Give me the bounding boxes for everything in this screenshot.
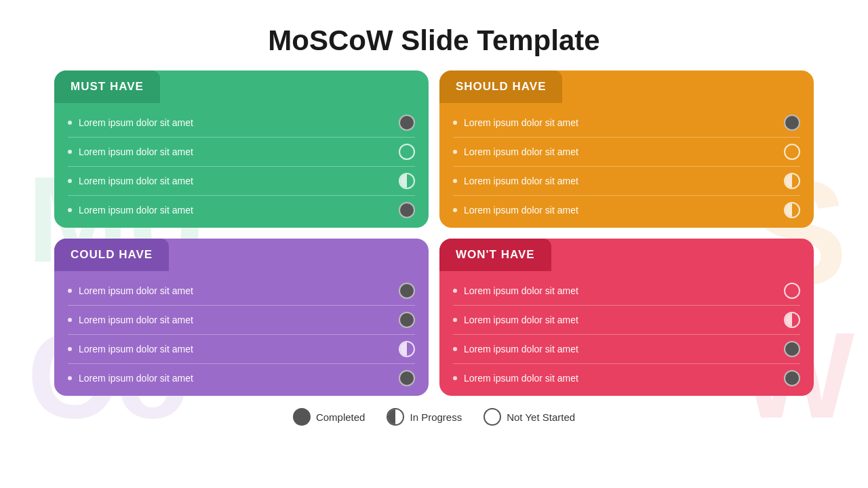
item-text-must-have-3: Lorem ipsum dolor sit amet [79, 205, 193, 216]
bullet-icon [453, 121, 457, 125]
bullet-icon [68, 318, 72, 322]
card-should-have: SHOULD HAVELorem ipsum dolor sit ametLor… [439, 70, 814, 228]
card-wont-have: WON'T HAVELorem ipsum dolor sit ametLore… [439, 239, 814, 396]
bullet-icon [453, 318, 457, 322]
item-text-should-have-0: Lorem ipsum dolor sit amet [464, 117, 578, 128]
status-inprogress-icon [784, 312, 800, 328]
card-header-wont-have: WON'T HAVE [456, 248, 535, 261]
item-text-wont-have-2: Lorem ipsum dolor sit amet [464, 344, 578, 354]
inprogress-label: In Progress [410, 411, 462, 423]
page-title: MoSCoW Slide Template [0, 0, 868, 70]
item-text-must-have-1: Lorem ipsum dolor sit amet [79, 146, 193, 157]
item-text-wont-have-3: Lorem ipsum dolor sit amet [464, 373, 578, 384]
card-item-wont-have-3: Lorem ipsum dolor sit amet [453, 364, 800, 392]
bullet-icon [453, 150, 457, 154]
bullet-icon [68, 121, 72, 125]
status-completed-icon [784, 115, 800, 131]
completed-label: Completed [316, 411, 366, 423]
card-header-could-have: COULD HAVE [71, 248, 153, 261]
card-header-should-have: SHOULD HAVE [456, 80, 546, 93]
status-completed-icon [399, 370, 415, 386]
card-item-could-have-3: Lorem ipsum dolor sit amet [68, 364, 415, 392]
bullet-icon [68, 150, 72, 154]
card-item-must-have-1: Lorem ipsum dolor sit amet [68, 138, 415, 167]
status-notstarted-icon [399, 144, 415, 160]
legend-completed: Completed [293, 408, 366, 426]
card-item-should-have-3: Lorem ipsum dolor sit amet [453, 196, 800, 224]
status-completed-icon [399, 312, 415, 328]
item-text-could-have-3: Lorem ipsum dolor sit amet [79, 373, 193, 384]
card-must-have: MUST HAVELorem ipsum dolor sit ametLorem… [54, 70, 429, 228]
item-text-could-have-1: Lorem ipsum dolor sit amet [79, 314, 193, 325]
card-item-must-have-3: Lorem ipsum dolor sit amet [68, 196, 415, 224]
item-text-could-have-2: Lorem ipsum dolor sit amet [79, 344, 193, 354]
status-inprogress-icon [784, 202, 800, 218]
completed-icon [293, 408, 311, 426]
status-completed-icon [399, 283, 415, 299]
card-item-could-have-0: Lorem ipsum dolor sit amet [68, 277, 415, 306]
status-notstarted-icon [784, 144, 800, 160]
card-item-wont-have-1: Lorem ipsum dolor sit amet [453, 306, 800, 335]
item-text-should-have-3: Lorem ipsum dolor sit amet [464, 205, 578, 216]
bullet-icon [68, 289, 72, 293]
inprogress-icon [387, 408, 404, 426]
bullet-icon [68, 376, 72, 380]
bullet-icon [453, 208, 457, 212]
legend: Completed In Progress Not Yet Started [0, 408, 868, 426]
legend-notstarted: Not Yet Started [484, 408, 575, 426]
item-text-should-have-2: Lorem ipsum dolor sit amet [464, 176, 578, 186]
item-text-should-have-1: Lorem ipsum dolor sit amet [464, 146, 578, 157]
item-text-wont-have-1: Lorem ipsum dolor sit amet [464, 314, 578, 325]
notstarted-icon [484, 408, 501, 426]
bullet-icon [68, 179, 72, 183]
bullet-icon [68, 347, 72, 351]
card-item-should-have-1: Lorem ipsum dolor sit amet [453, 138, 800, 167]
bullet-icon [453, 347, 457, 351]
status-completed-icon [399, 202, 415, 218]
status-notstarted-icon [784, 283, 800, 299]
card-item-must-have-0: Lorem ipsum dolor sit amet [68, 108, 415, 138]
card-header-must-have: MUST HAVE [71, 80, 144, 93]
status-completed-icon [399, 115, 415, 131]
item-text-must-have-0: Lorem ipsum dolor sit amet [79, 117, 193, 128]
card-item-could-have-1: Lorem ipsum dolor sit amet [68, 306, 415, 335]
legend-inprogress: In Progress [387, 408, 462, 426]
notstarted-label: Not Yet Started [507, 411, 575, 423]
item-text-wont-have-0: Lorem ipsum dolor sit amet [464, 285, 578, 296]
bullet-icon [453, 179, 457, 183]
card-item-should-have-2: Lorem ipsum dolor sit amet [453, 167, 800, 196]
card-could-have: COULD HAVELorem ipsum dolor sit ametLore… [54, 239, 429, 396]
status-completed-icon [784, 370, 800, 386]
status-inprogress-icon [399, 341, 415, 357]
cards-grid: MUST HAVELorem ipsum dolor sit ametLorem… [0, 70, 868, 396]
card-item-wont-have-2: Lorem ipsum dolor sit amet [453, 335, 800, 364]
card-item-could-have-2: Lorem ipsum dolor sit amet [68, 335, 415, 364]
status-inprogress-icon [784, 173, 800, 189]
item-text-could-have-0: Lorem ipsum dolor sit amet [79, 285, 193, 296]
item-text-must-have-2: Lorem ipsum dolor sit amet [79, 176, 193, 186]
card-item-must-have-2: Lorem ipsum dolor sit amet [68, 167, 415, 196]
card-item-wont-have-0: Lorem ipsum dolor sit amet [453, 277, 800, 306]
bullet-icon [453, 376, 457, 380]
bullet-icon [453, 289, 457, 293]
bullet-icon [68, 208, 72, 212]
status-inprogress-icon [399, 173, 415, 189]
status-completed-icon [784, 341, 800, 357]
card-item-should-have-0: Lorem ipsum dolor sit amet [453, 108, 800, 138]
